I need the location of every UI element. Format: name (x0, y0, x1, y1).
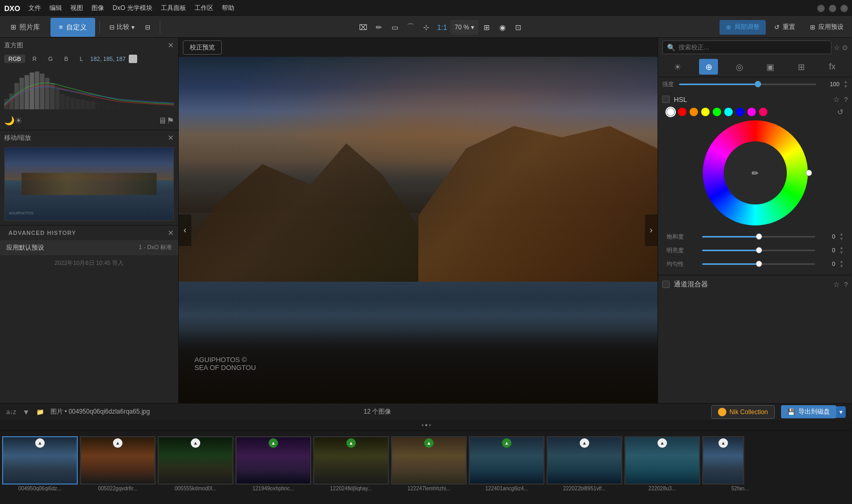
hsl-enable-checkbox[interactable] (662, 96, 670, 103)
hist-tab-g[interactable]: G (44, 55, 57, 63)
hsl-reset-button[interactable]: ↺ (837, 108, 844, 116)
saturation-arrows[interactable]: ▲▼ (839, 232, 844, 241)
pen-tool-button[interactable]: ✏ (372, 20, 386, 35)
menu-workspace[interactable]: 工作区 (194, 4, 213, 13)
apply-preset-button[interactable]: ⊞ 应用预设 (804, 20, 850, 35)
histogram-close-button[interactable]: ✕ (168, 41, 174, 49)
menu-toolpanel[interactable]: 工具面板 (161, 4, 186, 13)
filmstrip-thumb-4[interactable]: ▲ 121949oxhphnc... (235, 436, 311, 492)
right-tab-geometry[interactable]: ⊞ (792, 59, 811, 75)
right-tab-lens[interactable]: ◎ (730, 59, 749, 75)
hsl-ch-green[interactable] (713, 108, 721, 116)
search-input[interactable] (679, 44, 827, 51)
export-arrow-button[interactable]: ▾ (836, 406, 846, 418)
hsl-ch-cyan[interactable] (724, 108, 733, 116)
filmstrip-thumb-10[interactable]: ▲ 52fan... (702, 436, 778, 492)
uniformity-arrows[interactable]: ▲▼ (839, 259, 844, 269)
grid-tool-button[interactable]: ⊞ (479, 20, 494, 35)
eye-tool-button[interactable]: ◉ (495, 20, 510, 35)
hsl-ch-orange[interactable] (690, 108, 698, 116)
tab-customize[interactable]: ≡ 自定义 (50, 18, 95, 37)
right-tab-light[interactable]: ☀ (668, 59, 687, 75)
filmstrip-thumb-5[interactable]: ▲ 122024fklj9qhay... (313, 436, 389, 492)
color-wheel[interactable]: ✏ (703, 120, 808, 225)
prev-image-button[interactable]: ‹ (179, 214, 191, 246)
hsl-star-button[interactable]: ☆ (833, 95, 840, 104)
filmstrip-thumb-9[interactable]: ▲ 222028u3... (624, 436, 700, 492)
monitor-icon[interactable]: 🖥 (158, 116, 167, 126)
filmstrip-thumb-8[interactable]: ▲ 222022bl8951vlf... (547, 436, 622, 492)
channel-mixer-star-button[interactable]: ☆ (833, 280, 840, 289)
right-tab-color[interactable]: ⊕ (699, 59, 718, 75)
eyedropper-button[interactable]: ✏ (752, 168, 758, 178)
hist-tab-r[interactable]: R (28, 55, 41, 63)
hist-tab-l[interactable]: L (76, 55, 87, 63)
menu-view[interactable]: 视图 (70, 4, 83, 13)
nik-collection-button[interactable]: Nik Collection (711, 405, 775, 419)
filmstrip-thumb-3[interactable]: ▲ 005555kdmod0l... (158, 436, 233, 492)
move-zoom-close-button[interactable]: ✕ (168, 133, 174, 142)
tab-library[interactable]: ⊞ 照片库 (2, 18, 48, 37)
sun-icon[interactable]: ☀ (15, 116, 22, 126)
intensity-slider[interactable] (679, 84, 816, 85)
path-tool-button[interactable]: ⌒ (403, 20, 418, 35)
filter-button[interactable]: ▼ (23, 408, 30, 416)
ratio-tool-button[interactable]: 1:1 (435, 20, 449, 35)
history-close-button[interactable]: ✕ (168, 229, 174, 237)
export-button[interactable]: 💾 导出到磁盘 (781, 405, 836, 418)
flag-icon[interactable]: ⚑ (167, 116, 174, 126)
channel-mixer-checkbox[interactable] (662, 281, 670, 288)
hsl-ch-pink[interactable] (759, 108, 767, 116)
minimize-button[interactable]: — (817, 5, 825, 12)
hsl-ch-magenta[interactable] (747, 108, 756, 116)
zoom-percent-button[interactable]: 70 % ▾ (450, 20, 478, 35)
star-filter-button[interactable]: ☆ (834, 44, 840, 52)
local-adjust-button[interactable]: ⊕ 局部调整 (720, 20, 766, 35)
hist-tab-b[interactable]: B (60, 55, 72, 63)
crop-tool-button[interactable]: ⌧ (356, 20, 371, 35)
maximize-button[interactable]: ☐ (829, 5, 836, 12)
settings-button[interactable]: ⊙ (842, 44, 848, 52)
menu-file[interactable]: 文件 (28, 4, 41, 13)
nik-label: Nik Collection (730, 408, 768, 416)
correct-preview-button[interactable]: 校正预览 (183, 40, 222, 55)
filmstrip-thumb-1[interactable]: ▲ 004950q06qi6dz... (2, 436, 78, 492)
hsl-ch-red[interactable] (678, 108, 686, 116)
brightness-arrows[interactable]: ▲▼ (839, 245, 844, 255)
hist-tab-rgb[interactable]: RGB (4, 55, 25, 63)
filmstrip-thumb-7[interactable]: ▲ 122401ancg6iz4... (469, 436, 545, 492)
channel-mixer-help-button[interactable]: ? (844, 281, 848, 289)
dual-view-button[interactable]: ⊟ (140, 20, 156, 35)
right-tab-detail[interactable]: ▣ (761, 59, 780, 75)
hsl-ch-white[interactable] (666, 108, 675, 116)
color-wheel-cursor[interactable] (806, 170, 812, 176)
moon-icon[interactable]: 🌙 (4, 116, 15, 126)
menu-edit[interactable]: 编辑 (49, 4, 62, 13)
move-zoom-preview[interactable]: AGUIPHOTOS (4, 147, 174, 221)
uniformity-slider[interactable] (702, 263, 815, 265)
transform-tool-button[interactable]: ⊹ (419, 20, 434, 35)
reset-button[interactable]: ↺ 重置 (768, 20, 802, 35)
menu-dxo-optics[interactable]: DxO 光学模块 (112, 4, 152, 13)
compare-button[interactable]: ⊟ 比较 ▾ (104, 20, 138, 35)
expand-tool-button[interactable]: ⊡ (511, 20, 526, 35)
sort-button[interactable]: a↓z (6, 408, 16, 416)
intensity-thumb[interactable] (755, 81, 761, 87)
menu-image[interactable]: 图像 (91, 4, 104, 13)
uniformity-label: 均匀性 (666, 260, 698, 268)
brightness-slider[interactable] (702, 250, 815, 251)
nik-icon (718, 408, 726, 416)
close-button[interactable]: ✕ (840, 5, 848, 12)
filmstrip-thumb-2[interactable]: ▲ 005022gqvdr8r... (80, 436, 156, 492)
hsl-ch-yellow[interactable] (701, 108, 710, 116)
saturation-slider[interactable] (702, 236, 815, 238)
hsl-help-button[interactable]: ? (844, 96, 848, 104)
filmstrip-thumb-6[interactable]: ▲ 122247lemhhzhi... (391, 436, 467, 492)
next-image-button[interactable]: › (645, 214, 658, 246)
right-tab-fx[interactable]: fx (823, 59, 842, 75)
rect-tool-button[interactable]: ▭ (387, 20, 402, 35)
intensity-arrows[interactable]: ▲▼ (844, 79, 848, 89)
hsl-ch-blue[interactable] (736, 108, 744, 116)
menu-help[interactable]: 帮助 (222, 4, 234, 13)
history-item[interactable]: 应用默认预设 1 - DxO 标准 (0, 240, 178, 256)
